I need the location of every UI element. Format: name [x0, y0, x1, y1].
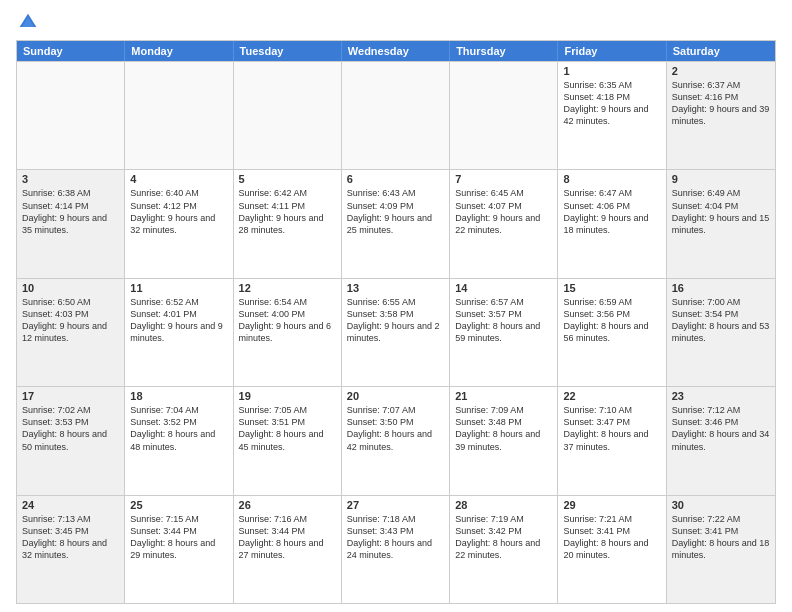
day-number: 20: [347, 390, 444, 402]
cell-w1-d3: [234, 62, 342, 169]
cell-w4-d5: 21Sunrise: 7:09 AMSunset: 3:48 PMDayligh…: [450, 387, 558, 494]
day-number: 23: [672, 390, 770, 402]
day-number: 9: [672, 173, 770, 185]
day-number: 19: [239, 390, 336, 402]
day-number: 8: [563, 173, 660, 185]
cell-w4-d2: 18Sunrise: 7:04 AMSunset: 3:52 PMDayligh…: [125, 387, 233, 494]
cell-w3-d6: 15Sunrise: 6:59 AMSunset: 3:56 PMDayligh…: [558, 279, 666, 386]
cell-w1-d2: [125, 62, 233, 169]
cell-w2-d1: 3Sunrise: 6:38 AMSunset: 4:14 PMDaylight…: [17, 170, 125, 277]
cell-w5-d3: 26Sunrise: 7:16 AMSunset: 3:44 PMDayligh…: [234, 496, 342, 603]
cell-w4-d6: 22Sunrise: 7:10 AMSunset: 3:47 PMDayligh…: [558, 387, 666, 494]
day-number: 10: [22, 282, 119, 294]
cell-w1-d7: 2Sunrise: 6:37 AMSunset: 4:16 PMDaylight…: [667, 62, 775, 169]
cell-w2-d5: 7Sunrise: 6:45 AMSunset: 4:07 PMDaylight…: [450, 170, 558, 277]
cell-info: Sunrise: 7:00 AMSunset: 3:54 PMDaylight:…: [672, 296, 770, 345]
day-number: 28: [455, 499, 552, 511]
day-number: 18: [130, 390, 227, 402]
cell-info: Sunrise: 7:09 AMSunset: 3:48 PMDaylight:…: [455, 404, 552, 453]
cell-w4-d4: 20Sunrise: 7:07 AMSunset: 3:50 PMDayligh…: [342, 387, 450, 494]
header-tuesday: Tuesday: [234, 41, 342, 61]
logo-icon: [18, 12, 38, 32]
calendar-header: Sunday Monday Tuesday Wednesday Thursday…: [17, 41, 775, 61]
cell-info: Sunrise: 7:16 AMSunset: 3:44 PMDaylight:…: [239, 513, 336, 562]
day-number: 17: [22, 390, 119, 402]
day-number: 13: [347, 282, 444, 294]
cell-w2-d3: 5Sunrise: 6:42 AMSunset: 4:11 PMDaylight…: [234, 170, 342, 277]
day-number: 2: [672, 65, 770, 77]
cell-w1-d5: [450, 62, 558, 169]
cell-info: Sunrise: 6:42 AMSunset: 4:11 PMDaylight:…: [239, 187, 336, 236]
cell-w5-d2: 25Sunrise: 7:15 AMSunset: 3:44 PMDayligh…: [125, 496, 233, 603]
cell-w3-d7: 16Sunrise: 7:00 AMSunset: 3:54 PMDayligh…: [667, 279, 775, 386]
header-thursday: Thursday: [450, 41, 558, 61]
day-number: 5: [239, 173, 336, 185]
cell-w3-d5: 14Sunrise: 6:57 AMSunset: 3:57 PMDayligh…: [450, 279, 558, 386]
cell-info: Sunrise: 7:04 AMSunset: 3:52 PMDaylight:…: [130, 404, 227, 453]
cell-info: Sunrise: 7:19 AMSunset: 3:42 PMDaylight:…: [455, 513, 552, 562]
day-number: 27: [347, 499, 444, 511]
cell-info: Sunrise: 7:18 AMSunset: 3:43 PMDaylight:…: [347, 513, 444, 562]
cell-info: Sunrise: 7:12 AMSunset: 3:46 PMDaylight:…: [672, 404, 770, 453]
cell-w4-d7: 23Sunrise: 7:12 AMSunset: 3:46 PMDayligh…: [667, 387, 775, 494]
header-friday: Friday: [558, 41, 666, 61]
day-number: 11: [130, 282, 227, 294]
cell-w2-d7: 9Sunrise: 6:49 AMSunset: 4:04 PMDaylight…: [667, 170, 775, 277]
cell-info: Sunrise: 7:15 AMSunset: 3:44 PMDaylight:…: [130, 513, 227, 562]
cell-w1-d4: [342, 62, 450, 169]
cell-info: Sunrise: 6:38 AMSunset: 4:14 PMDaylight:…: [22, 187, 119, 236]
calendar-body: 1Sunrise: 6:35 AMSunset: 4:18 PMDaylight…: [17, 61, 775, 603]
cell-info: Sunrise: 6:59 AMSunset: 3:56 PMDaylight:…: [563, 296, 660, 345]
cell-info: Sunrise: 6:49 AMSunset: 4:04 PMDaylight:…: [672, 187, 770, 236]
cell-w3-d1: 10Sunrise: 6:50 AMSunset: 4:03 PMDayligh…: [17, 279, 125, 386]
day-number: 26: [239, 499, 336, 511]
header-monday: Monday: [125, 41, 233, 61]
header: [16, 12, 776, 32]
day-number: 29: [563, 499, 660, 511]
day-number: 15: [563, 282, 660, 294]
day-number: 14: [455, 282, 552, 294]
day-number: 1: [563, 65, 660, 77]
cell-w4-d3: 19Sunrise: 7:05 AMSunset: 3:51 PMDayligh…: [234, 387, 342, 494]
cell-w3-d3: 12Sunrise: 6:54 AMSunset: 4:00 PMDayligh…: [234, 279, 342, 386]
week-row-1: 1Sunrise: 6:35 AMSunset: 4:18 PMDaylight…: [17, 61, 775, 169]
cell-w4-d1: 17Sunrise: 7:02 AMSunset: 3:53 PMDayligh…: [17, 387, 125, 494]
cell-w5-d7: 30Sunrise: 7:22 AMSunset: 3:41 PMDayligh…: [667, 496, 775, 603]
cell-info: Sunrise: 7:13 AMSunset: 3:45 PMDaylight:…: [22, 513, 119, 562]
cell-info: Sunrise: 6:54 AMSunset: 4:00 PMDaylight:…: [239, 296, 336, 345]
header-wednesday: Wednesday: [342, 41, 450, 61]
cell-info: Sunrise: 6:52 AMSunset: 4:01 PMDaylight:…: [130, 296, 227, 345]
cell-w2-d6: 8Sunrise: 6:47 AMSunset: 4:06 PMDaylight…: [558, 170, 666, 277]
cell-w2-d2: 4Sunrise: 6:40 AMSunset: 4:12 PMDaylight…: [125, 170, 233, 277]
day-number: 22: [563, 390, 660, 402]
day-number: 12: [239, 282, 336, 294]
cell-info: Sunrise: 7:05 AMSunset: 3:51 PMDaylight:…: [239, 404, 336, 453]
header-saturday: Saturday: [667, 41, 775, 61]
cell-info: Sunrise: 6:55 AMSunset: 3:58 PMDaylight:…: [347, 296, 444, 345]
cell-info: Sunrise: 6:50 AMSunset: 4:03 PMDaylight:…: [22, 296, 119, 345]
cell-info: Sunrise: 6:47 AMSunset: 4:06 PMDaylight:…: [563, 187, 660, 236]
cell-info: Sunrise: 6:43 AMSunset: 4:09 PMDaylight:…: [347, 187, 444, 236]
cell-w5-d6: 29Sunrise: 7:21 AMSunset: 3:41 PMDayligh…: [558, 496, 666, 603]
cell-w3-d4: 13Sunrise: 6:55 AMSunset: 3:58 PMDayligh…: [342, 279, 450, 386]
cell-w1-d1: [17, 62, 125, 169]
cell-info: Sunrise: 7:07 AMSunset: 3:50 PMDaylight:…: [347, 404, 444, 453]
calendar: Sunday Monday Tuesday Wednesday Thursday…: [16, 40, 776, 604]
page: Sunday Monday Tuesday Wednesday Thursday…: [0, 0, 792, 612]
day-number: 21: [455, 390, 552, 402]
day-number: 16: [672, 282, 770, 294]
week-row-2: 3Sunrise: 6:38 AMSunset: 4:14 PMDaylight…: [17, 169, 775, 277]
cell-w3-d2: 11Sunrise: 6:52 AMSunset: 4:01 PMDayligh…: [125, 279, 233, 386]
logo: [16, 12, 38, 32]
cell-info: Sunrise: 6:57 AMSunset: 3:57 PMDaylight:…: [455, 296, 552, 345]
cell-info: Sunrise: 6:45 AMSunset: 4:07 PMDaylight:…: [455, 187, 552, 236]
cell-w5-d5: 28Sunrise: 7:19 AMSunset: 3:42 PMDayligh…: [450, 496, 558, 603]
day-number: 4: [130, 173, 227, 185]
day-number: 3: [22, 173, 119, 185]
cell-info: Sunrise: 7:10 AMSunset: 3:47 PMDaylight:…: [563, 404, 660, 453]
cell-info: Sunrise: 6:40 AMSunset: 4:12 PMDaylight:…: [130, 187, 227, 236]
week-row-5: 24Sunrise: 7:13 AMSunset: 3:45 PMDayligh…: [17, 495, 775, 603]
week-row-4: 17Sunrise: 7:02 AMSunset: 3:53 PMDayligh…: [17, 386, 775, 494]
day-number: 25: [130, 499, 227, 511]
week-row-3: 10Sunrise: 6:50 AMSunset: 4:03 PMDayligh…: [17, 278, 775, 386]
